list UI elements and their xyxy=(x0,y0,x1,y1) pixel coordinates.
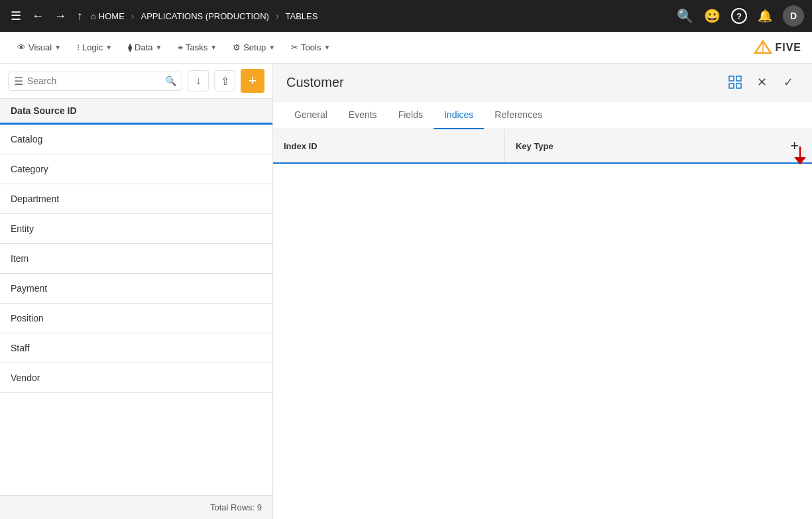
search-container: ☰ 🔍 xyxy=(8,72,182,91)
tab-events[interactable]: Events xyxy=(338,101,388,129)
menu-icon[interactable]: ☰ xyxy=(8,6,24,26)
col-index-id: Index ID xyxy=(273,129,504,163)
sidebar-item-position[interactable]: Position xyxy=(0,304,272,333)
top-nav: ☰ ← → ↑ ⌂ HOME › APPLICATIONS (PRODUCTIO… xyxy=(0,0,812,32)
home-icon: ⌂ xyxy=(91,11,96,21)
sidebar-header: Data Source ID xyxy=(0,99,272,125)
sidebar-item-department[interactable]: Department xyxy=(0,184,272,214)
content-title: Customer xyxy=(286,75,725,90)
avatar[interactable]: D xyxy=(783,5,804,27)
tools-icon: ✂ xyxy=(291,42,298,52)
agent-icon[interactable]: 😀 xyxy=(704,8,721,24)
svg-rect-3 xyxy=(729,76,734,81)
close-btn[interactable]: ✕ xyxy=(751,72,772,93)
breadcrumb-sep-1: › xyxy=(131,11,135,21)
nav-item-setup[interactable]: ⚙ Setup ▼ xyxy=(226,38,282,56)
sidebar-item-payment[interactable]: Payment xyxy=(0,274,272,304)
five-logo-icon xyxy=(754,40,772,56)
sidebar-footer: Total Rows: 9 xyxy=(0,495,272,519)
breadcrumb-sep-2: › xyxy=(276,11,279,21)
sidebar-item-entity[interactable]: Entity xyxy=(0,214,272,244)
tab-references[interactable]: References xyxy=(484,101,553,129)
sidebar-item-item[interactable]: Item xyxy=(0,244,272,274)
nav-item-logic[interactable]: ⁝ Logic ▼ xyxy=(70,38,119,56)
filter-icon: ☰ xyxy=(14,75,23,87)
grid-icon xyxy=(728,76,742,89)
sec-nav: 👁 Visual ▼ ⁝ Logic ▼ ⧫ Data ▼ ≡ Tasks ▼ … xyxy=(0,32,812,64)
setup-icon: ⚙ xyxy=(233,42,241,52)
tab-fields[interactable]: Fields xyxy=(388,101,434,129)
logic-icon: ⁝ xyxy=(77,42,80,52)
sidebar-item-category[interactable]: Category xyxy=(0,154,272,184)
forward-icon[interactable]: → xyxy=(52,7,69,26)
tools-dropdown-icon: ▼ xyxy=(323,44,330,51)
search-globe-icon[interactable]: 🔍 xyxy=(677,8,693,24)
setup-dropdown-icon: ▼ xyxy=(268,44,275,51)
content-header: Customer ✕ ✓ xyxy=(273,64,812,101)
sidebar-list: Catalog Category Department Entity Item … xyxy=(0,125,272,495)
upload-btn[interactable]: ⇧ xyxy=(214,70,235,91)
confirm-btn[interactable]: ✓ xyxy=(778,72,799,93)
tables-breadcrumb[interactable]: TABLES xyxy=(286,11,318,21)
tasks-icon: ≡ xyxy=(178,42,183,52)
data-icon: ⧫ xyxy=(128,42,132,52)
content-header-actions: ✕ ✓ xyxy=(725,72,799,93)
grid-view-btn[interactable] xyxy=(725,72,746,93)
content-panel: Customer ✕ ✓ General Events Fields Ind xyxy=(273,64,812,519)
nav-item-tools[interactable]: ✂ Tools ▼ xyxy=(284,38,337,56)
help-icon[interactable]: ? xyxy=(731,8,747,24)
sidebar-item-catalog[interactable]: Catalog xyxy=(0,125,272,154)
bell-icon[interactable]: 🔔 xyxy=(758,9,772,23)
indices-table: Index ID Key Type + xyxy=(273,129,812,164)
sidebar: ☰ 🔍 ↓ ⇧ + Data Source ID Catalog Categor… xyxy=(0,64,273,519)
sidebar-item-vendor[interactable]: Vendor xyxy=(0,363,272,393)
sidebar-item-staff[interactable]: Staff xyxy=(0,333,272,363)
table-container: Index ID Key Type + xyxy=(273,129,812,519)
tabs: General Events Fields Indices References xyxy=(273,101,812,129)
app-breadcrumb[interactable]: APPLICATIONS (PRODUCTION) xyxy=(141,11,269,21)
add-index-btn-wrapper: + xyxy=(787,137,801,154)
nav-item-visual[interactable]: 👁 Visual ▼ xyxy=(11,38,68,56)
sidebar-toolbar: ☰ 🔍 ↓ ⇧ + xyxy=(0,64,272,99)
search-icon[interactable]: 🔍 xyxy=(165,76,176,86)
visual-icon: 👁 xyxy=(17,42,26,52)
svg-rect-4 xyxy=(736,76,741,81)
data-dropdown-icon: ▼ xyxy=(156,44,162,51)
visual-dropdown-icon: ▼ xyxy=(54,44,61,51)
add-record-btn[interactable]: + xyxy=(241,69,264,93)
tab-general[interactable]: General xyxy=(284,101,338,129)
nav-item-data[interactable]: ⧫ Data ▼ xyxy=(121,38,168,56)
main-container: ☰ 🔍 ↓ ⇧ + Data Source ID Catalog Categor… xyxy=(0,64,812,519)
download-btn[interactable]: ↓ xyxy=(188,70,209,91)
up-icon[interactable]: ↑ xyxy=(74,7,86,26)
svg-rect-5 xyxy=(729,84,734,88)
five-logo: FIVE xyxy=(754,40,801,56)
back-icon[interactable]: ← xyxy=(29,7,46,26)
nav-item-tasks[interactable]: ≡ Tasks ▼ xyxy=(171,38,223,56)
tasks-dropdown-icon: ▼ xyxy=(210,44,217,51)
search-input[interactable] xyxy=(27,76,161,86)
home-breadcrumb[interactable]: ⌂ HOME xyxy=(91,11,125,21)
logic-dropdown-icon: ▼ xyxy=(105,44,112,51)
top-nav-right: 🔍 😀 ? 🔔 D xyxy=(677,5,804,27)
tab-indices[interactable]: Indices xyxy=(434,101,484,129)
col-key-type: Key Type + xyxy=(504,129,812,163)
svg-rect-6 xyxy=(736,84,741,88)
add-index-btn[interactable]: + xyxy=(787,137,801,154)
